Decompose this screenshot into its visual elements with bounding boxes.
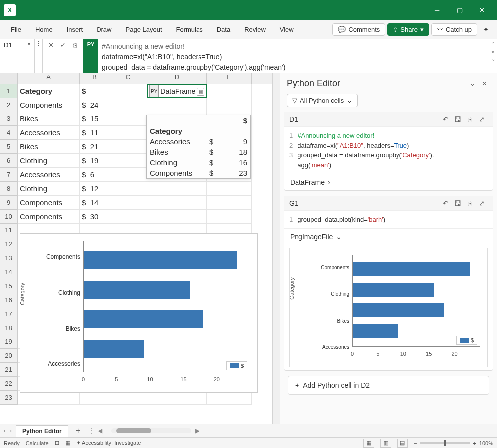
cell-A4[interactable]: Accessories	[18, 126, 80, 140]
row-header-3[interactable]: 3	[0, 112, 18, 126]
cell-E23[interactable]	[207, 391, 252, 405]
confirm-icon[interactable]: ✓	[58, 41, 68, 49]
expand-icon[interactable]: ⤢	[476, 115, 488, 123]
zoom-in[interactable]: +	[473, 440, 476, 446]
save-icon[interactable]: 🖫	[452, 199, 464, 207]
cell-E9[interactable]	[207, 196, 252, 210]
minimize-button[interactable]: ─	[426, 0, 448, 20]
cell-A3[interactable]: Bikes	[18, 112, 80, 126]
cell-C4[interactable]	[109, 126, 147, 140]
tab-draw[interactable]: Draw	[91, 22, 117, 37]
cell-A6[interactable]: Clothing	[18, 154, 80, 168]
cell-B7[interactable]: $ 6	[80, 168, 109, 182]
row-header-5[interactable]: 5	[0, 140, 18, 154]
tab-formulas[interactable]: Formulas	[170, 22, 209, 37]
cell-C1[interactable]	[109, 84, 147, 98]
tab-insert[interactable]: Insert	[61, 22, 89, 37]
row-header-13[interactable]: 13	[0, 251, 18, 265]
cell-E2[interactable]	[207, 98, 252, 112]
catch-up-button[interactable]: 〰Catch up	[431, 23, 477, 36]
cell-B10[interactable]: $ 30	[80, 210, 109, 224]
more-icon[interactable]: ⋮	[35, 39, 43, 73]
row-header-11[interactable]: 11	[0, 224, 18, 237]
cell-A5[interactable]: Bikes	[18, 140, 80, 154]
zoom-out[interactable]: −	[414, 440, 417, 446]
cell-C10[interactable]	[109, 210, 147, 224]
scroll-left-icon[interactable]: ◀	[98, 427, 102, 434]
tab-next[interactable]: ›	[10, 427, 12, 434]
cell-D23[interactable]	[147, 391, 207, 405]
cell-A2[interactable]: Components	[18, 98, 80, 112]
cell-C3[interactable]	[109, 112, 147, 126]
tab-data[interactable]: Data	[211, 22, 236, 37]
cell-A1[interactable]: Category	[18, 84, 80, 98]
card-icon[interactable]: ▦	[197, 88, 204, 96]
tab-file[interactable]: File	[5, 22, 27, 37]
cell-C6[interactable]	[109, 154, 147, 168]
cell-D9[interactable]	[147, 196, 207, 210]
row-header-1[interactable]: 1	[0, 84, 18, 98]
embedded-chart[interactable]: CategoryComponentsClothingBikesAccessori…	[20, 233, 258, 393]
tab-view[interactable]: View	[274, 22, 299, 37]
scroll-right-icon[interactable]: ▶	[195, 427, 199, 434]
cell-D10[interactable]	[147, 210, 207, 224]
cell-B3[interactable]: $ 15	[80, 112, 109, 126]
row-header-17[interactable]: 17	[0, 307, 18, 321]
cell-B1[interactable]: $	[80, 84, 109, 98]
cell-D8[interactable]	[147, 182, 207, 196]
cell-A9[interactable]: Components	[18, 196, 80, 210]
expand-icon[interactable]: ⤢	[476, 199, 488, 207]
vertical-scrollbar[interactable]	[273, 73, 280, 424]
formula-input[interactable]: #Announcing a new editor! dataframe=xl("…	[98, 39, 497, 73]
row-header-18[interactable]: 18	[0, 321, 18, 335]
row-header-8[interactable]: 8	[0, 182, 18, 196]
row-header-4[interactable]: 4	[0, 126, 18, 140]
output-mode-icon[interactable]: ⎘	[464, 199, 476, 207]
row-header-6[interactable]: 6	[0, 154, 18, 168]
col-header-A[interactable]: A	[18, 73, 80, 84]
cell-B6[interactable]: $ 19	[80, 154, 109, 168]
undo-icon[interactable]: ↶	[440, 115, 452, 123]
close-button[interactable]: ✕	[471, 0, 493, 20]
cell-A23[interactable]	[18, 391, 80, 405]
col-header-C[interactable]: C	[109, 73, 147, 84]
sheet-tab[interactable]: Python Editor	[16, 425, 68, 437]
row-header-10[interactable]: 10	[0, 210, 18, 224]
tab-page-layout[interactable]: Page Layout	[120, 22, 168, 37]
cell-C5[interactable]	[109, 140, 147, 154]
maximize-button[interactable]: ▢	[448, 0, 471, 20]
cell-C2[interactable]	[109, 98, 147, 112]
cell-A8[interactable]: Clothing	[18, 182, 80, 196]
cell-C8[interactable]	[109, 182, 147, 196]
row-header-20[interactable]: 20	[0, 349, 18, 363]
cell-B8[interactable]: $ 12	[80, 182, 109, 196]
row-header-7[interactable]: 7	[0, 168, 18, 182]
macro-rec-icon[interactable]: ⊡	[55, 440, 59, 446]
cell-B2[interactable]: $ 24	[80, 98, 109, 112]
col-header-D[interactable]: D	[147, 73, 207, 84]
close-icon[interactable]: ✕	[478, 80, 490, 87]
view-page-layout[interactable]: ▥	[380, 439, 391, 448]
select-all-corner[interactable]	[0, 73, 18, 84]
python-filter-button[interactable]: ▽ All Python cells ⌄	[287, 94, 358, 107]
output-mode-icon[interactable]: ⎘	[464, 115, 476, 123]
chevron-down-icon[interactable]: ⌄	[466, 80, 478, 87]
row-header-12[interactable]: 12	[0, 237, 18, 251]
accessibility-status[interactable]: ✦ Accessibility: Investigate	[76, 440, 141, 446]
col-header-E[interactable]: E	[207, 73, 252, 84]
cell-A7[interactable]: Accessories	[18, 168, 80, 182]
zoom-slider[interactable]	[420, 442, 470, 444]
add-sheet-button[interactable]: +	[72, 426, 84, 435]
horizontal-scrollbar[interactable]	[111, 428, 191, 433]
cell-D1[interactable]: PYDataFrame▦	[147, 84, 207, 98]
cell-E1[interactable]	[207, 84, 252, 98]
row-header-22[interactable]: 22	[0, 377, 18, 391]
row-header-2[interactable]: 2	[0, 98, 18, 112]
cell-B4[interactable]: $ 11	[80, 126, 109, 140]
row-header-9[interactable]: 9	[0, 196, 18, 210]
undo-icon[interactable]: ↶	[440, 199, 452, 207]
row-header-14[interactable]: 14	[0, 265, 18, 279]
row-header-23[interactable]: 23	[0, 391, 18, 405]
cancel-icon[interactable]: ✕	[46, 41, 56, 49]
chevron-down-icon[interactable]: ▾	[28, 41, 30, 47]
